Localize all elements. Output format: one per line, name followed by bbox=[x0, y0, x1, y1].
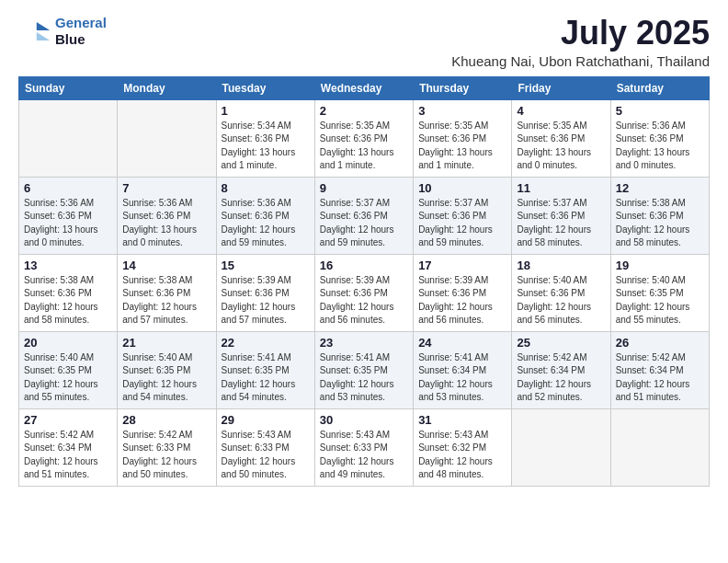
day-number: 10 bbox=[418, 181, 506, 195]
day-number: 19 bbox=[616, 259, 704, 272]
calendar-day-cell: 9Sunrise: 5:37 AM Sunset: 6:36 PM Daylig… bbox=[314, 177, 413, 254]
day-info: Sunrise: 5:34 AM Sunset: 6:36 PM Dayligh… bbox=[222, 120, 310, 173]
day-info: Sunrise: 5:39 AM Sunset: 6:36 PM Dayligh… bbox=[320, 274, 408, 327]
weekday-header: Saturday bbox=[610, 76, 709, 99]
calendar-day-cell: 26Sunrise: 5:42 AM Sunset: 6:34 PM Dayli… bbox=[610, 331, 709, 408]
calendar-day-cell: 20Sunrise: 5:40 AM Sunset: 6:35 PM Dayli… bbox=[19, 331, 118, 408]
logo-icon bbox=[18, 18, 51, 44]
calendar-week-row: 20Sunrise: 5:40 AM Sunset: 6:35 PM Dayli… bbox=[19, 331, 710, 408]
day-info: Sunrise: 5:39 AM Sunset: 6:36 PM Dayligh… bbox=[222, 274, 310, 327]
day-number: 2 bbox=[320, 104, 408, 118]
day-info: Sunrise: 5:36 AM Sunset: 6:36 PM Dayligh… bbox=[122, 197, 210, 250]
day-number: 31 bbox=[418, 413, 506, 427]
main-title: July 2025 bbox=[451, 15, 710, 52]
day-info: Sunrise: 5:41 AM Sunset: 6:35 PM Dayligh… bbox=[222, 351, 310, 405]
day-info: Sunrise: 5:38 AM Sunset: 6:36 PM Dayligh… bbox=[616, 197, 704, 250]
logo-text: General Blue bbox=[55, 15, 107, 48]
calendar-day-cell bbox=[118, 99, 216, 177]
subtitle: Khueang Nai, Ubon Ratchathani, Thailand bbox=[451, 53, 710, 69]
calendar-week-row: 27Sunrise: 5:42 AM Sunset: 6:34 PM Dayli… bbox=[19, 408, 710, 486]
day-info: Sunrise: 5:37 AM Sunset: 6:36 PM Dayligh… bbox=[517, 197, 605, 250]
calendar-day-cell: 13Sunrise: 5:38 AM Sunset: 6:36 PM Dayli… bbox=[19, 254, 118, 331]
weekday-header: Wednesday bbox=[314, 76, 413, 99]
day-info: Sunrise: 5:42 AM Sunset: 6:34 PM Dayligh… bbox=[517, 351, 605, 405]
calendar-day-cell: 22Sunrise: 5:41 AM Sunset: 6:35 PM Dayli… bbox=[216, 331, 314, 408]
day-number: 17 bbox=[418, 259, 506, 272]
day-number: 25 bbox=[517, 336, 605, 350]
calendar-day-cell bbox=[512, 408, 610, 486]
weekday-header: Tuesday bbox=[216, 76, 314, 99]
calendar-week-row: 6Sunrise: 5:36 AM Sunset: 6:36 PM Daylig… bbox=[19, 177, 710, 254]
calendar-day-cell: 11Sunrise: 5:37 AM Sunset: 6:36 PM Dayli… bbox=[512, 177, 610, 254]
day-info: Sunrise: 5:37 AM Sunset: 6:36 PM Dayligh… bbox=[418, 197, 506, 250]
day-number: 8 bbox=[222, 181, 310, 195]
day-number: 4 bbox=[517, 104, 605, 118]
day-number: 23 bbox=[320, 336, 408, 350]
calendar-day-cell bbox=[610, 408, 709, 486]
calendar-day-cell: 5Sunrise: 5:36 AM Sunset: 6:36 PM Daylig… bbox=[610, 99, 709, 177]
calendar-day-cell: 1Sunrise: 5:34 AM Sunset: 6:36 PM Daylig… bbox=[216, 99, 314, 177]
day-number: 22 bbox=[222, 336, 310, 350]
day-number: 21 bbox=[122, 336, 210, 350]
calendar-day-cell: 7Sunrise: 5:36 AM Sunset: 6:36 PM Daylig… bbox=[118, 177, 216, 254]
calendar-day-cell: 23Sunrise: 5:41 AM Sunset: 6:35 PM Dayli… bbox=[314, 331, 413, 408]
day-info: Sunrise: 5:35 AM Sunset: 6:36 PM Dayligh… bbox=[418, 120, 506, 173]
calendar-day-cell: 6Sunrise: 5:36 AM Sunset: 6:36 PM Daylig… bbox=[19, 177, 118, 254]
day-info: Sunrise: 5:36 AM Sunset: 6:36 PM Dayligh… bbox=[222, 197, 310, 250]
day-info: Sunrise: 5:40 AM Sunset: 6:35 PM Dayligh… bbox=[616, 274, 704, 327]
logo: General Blue bbox=[18, 15, 107, 48]
day-info: Sunrise: 5:43 AM Sunset: 6:33 PM Dayligh… bbox=[222, 429, 310, 482]
day-info: Sunrise: 5:36 AM Sunset: 6:36 PM Dayligh… bbox=[616, 120, 704, 173]
calendar-table: SundayMondayTuesdayWednesdayThursdayFrid… bbox=[18, 76, 710, 487]
title-block: July 2025 Khueang Nai, Ubon Ratchathani,… bbox=[451, 15, 710, 69]
day-number: 1 bbox=[222, 104, 310, 118]
day-number: 6 bbox=[24, 181, 112, 195]
day-info: Sunrise: 5:41 AM Sunset: 6:35 PM Dayligh… bbox=[320, 351, 408, 405]
day-number: 3 bbox=[418, 104, 506, 118]
day-info: Sunrise: 5:39 AM Sunset: 6:36 PM Dayligh… bbox=[418, 274, 506, 327]
day-number: 11 bbox=[517, 181, 605, 195]
calendar-day-cell: 10Sunrise: 5:37 AM Sunset: 6:36 PM Dayli… bbox=[414, 177, 512, 254]
calendar-day-cell: 14Sunrise: 5:38 AM Sunset: 6:36 PM Dayli… bbox=[118, 254, 216, 331]
calendar-day-cell: 18Sunrise: 5:40 AM Sunset: 6:36 PM Dayli… bbox=[512, 254, 610, 331]
day-number: 29 bbox=[222, 413, 310, 427]
calendar-day-cell: 17Sunrise: 5:39 AM Sunset: 6:36 PM Dayli… bbox=[414, 254, 512, 331]
day-number: 13 bbox=[24, 259, 112, 272]
weekday-header: Friday bbox=[512, 76, 610, 99]
calendar-day-cell: 19Sunrise: 5:40 AM Sunset: 6:35 PM Dayli… bbox=[610, 254, 709, 331]
day-number: 7 bbox=[122, 181, 210, 195]
calendar-day-cell: 24Sunrise: 5:41 AM Sunset: 6:34 PM Dayli… bbox=[414, 331, 512, 408]
day-number: 30 bbox=[320, 413, 408, 427]
calendar-day-cell: 28Sunrise: 5:42 AM Sunset: 6:33 PM Dayli… bbox=[118, 408, 216, 486]
day-info: Sunrise: 5:42 AM Sunset: 6:34 PM Dayligh… bbox=[24, 429, 112, 482]
day-number: 26 bbox=[616, 336, 704, 350]
day-number: 15 bbox=[222, 259, 310, 272]
calendar-day-cell: 3Sunrise: 5:35 AM Sunset: 6:36 PM Daylig… bbox=[414, 99, 512, 177]
day-info: Sunrise: 5:42 AM Sunset: 6:34 PM Dayligh… bbox=[616, 351, 704, 405]
calendar-day-cell: 21Sunrise: 5:40 AM Sunset: 6:35 PM Dayli… bbox=[118, 331, 216, 408]
calendar-day-cell: 16Sunrise: 5:39 AM Sunset: 6:36 PM Dayli… bbox=[314, 254, 413, 331]
day-info: Sunrise: 5:43 AM Sunset: 6:33 PM Dayligh… bbox=[320, 429, 408, 482]
calendar-day-cell: 25Sunrise: 5:42 AM Sunset: 6:34 PM Dayli… bbox=[512, 331, 610, 408]
day-number: 5 bbox=[616, 104, 704, 118]
weekday-header-row: SundayMondayTuesdayWednesdayThursdayFrid… bbox=[19, 76, 710, 99]
day-number: 16 bbox=[320, 259, 408, 272]
day-info: Sunrise: 5:35 AM Sunset: 6:36 PM Dayligh… bbox=[517, 120, 605, 173]
calendar-day-cell: 15Sunrise: 5:39 AM Sunset: 6:36 PM Dayli… bbox=[216, 254, 314, 331]
calendar-day-cell: 4Sunrise: 5:35 AM Sunset: 6:36 PM Daylig… bbox=[512, 99, 610, 177]
calendar-day-cell: 2Sunrise: 5:35 AM Sunset: 6:36 PM Daylig… bbox=[314, 99, 413, 177]
calendar-day-cell: 30Sunrise: 5:43 AM Sunset: 6:33 PM Dayli… bbox=[314, 408, 413, 486]
day-info: Sunrise: 5:38 AM Sunset: 6:36 PM Dayligh… bbox=[122, 274, 210, 327]
day-info: Sunrise: 5:36 AM Sunset: 6:36 PM Dayligh… bbox=[24, 197, 112, 250]
calendar-day-cell: 8Sunrise: 5:36 AM Sunset: 6:36 PM Daylig… bbox=[216, 177, 314, 254]
day-number: 9 bbox=[320, 181, 408, 195]
weekday-header: Monday bbox=[118, 76, 216, 99]
calendar-week-row: 1Sunrise: 5:34 AM Sunset: 6:36 PM Daylig… bbox=[19, 99, 710, 177]
day-info: Sunrise: 5:40 AM Sunset: 6:35 PM Dayligh… bbox=[122, 351, 210, 405]
day-number: 14 bbox=[122, 259, 210, 272]
page: General Blue July 2025 Khueang Nai, Ubon… bbox=[0, 0, 728, 563]
header: General Blue July 2025 Khueang Nai, Ubon… bbox=[18, 15, 710, 69]
day-info: Sunrise: 5:40 AM Sunset: 6:36 PM Dayligh… bbox=[517, 274, 605, 327]
calendar-day-cell: 27Sunrise: 5:42 AM Sunset: 6:34 PM Dayli… bbox=[19, 408, 118, 486]
weekday-header: Thursday bbox=[414, 76, 512, 99]
